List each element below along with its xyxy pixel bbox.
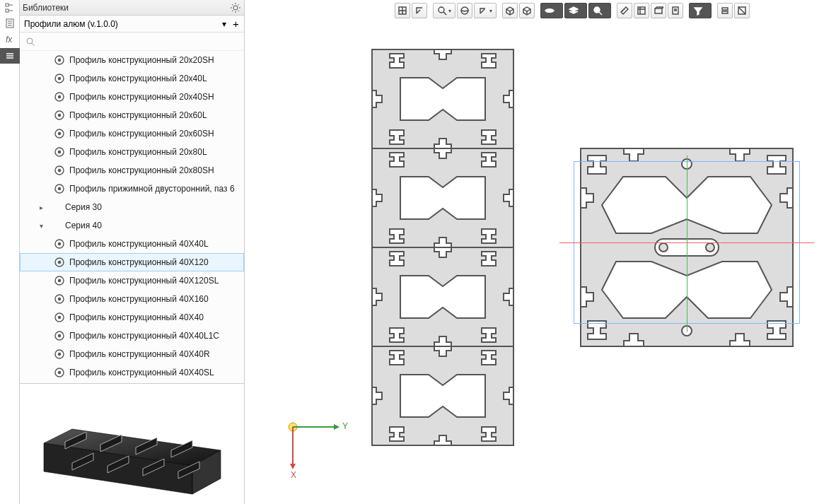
toolbar-align-button[interactable] (634, 3, 649, 18)
tree-item[interactable]: Профиль конструкционный 40X120 (20, 253, 244, 271)
svg-point-25 (58, 261, 61, 264)
hamburger-icon (4, 50, 16, 61)
profile-40x160 (365, 42, 521, 455)
svg-point-42 (594, 7, 600, 13)
box-icon (654, 6, 663, 16)
toolbar-clip-button[interactable] (734, 3, 750, 18)
axis-y-label: Y (342, 421, 348, 431)
fx-icon: fx (4, 33, 16, 45)
tree-item[interactable]: Профиль конструкционный 20x40SH (20, 88, 244, 106)
toolbar-wire-button[interactable] (519, 3, 535, 18)
svg-point-11 (58, 95, 61, 98)
toolbar-measure-button[interactable] (617, 3, 632, 18)
toolbar-ucs2-button[interactable]: ▾ (474, 3, 497, 18)
tree-label: Профиль конструкционный 40X40R (69, 349, 210, 359)
clip-icon (737, 6, 747, 16)
toolbar-zoom-region-button[interactable]: ▾ (433, 3, 455, 18)
svg-point-21 (58, 187, 61, 190)
ucs2-icon (478, 6, 488, 16)
stack-icon (720, 6, 730, 16)
ucs-icon (414, 6, 424, 16)
profile-40x120-selected (570, 141, 803, 356)
tree-item[interactable]: Профиль конструкционный 20x20SH (20, 51, 244, 69)
tree-item[interactable]: Профиль конструкционный 40X160 (20, 290, 244, 308)
rail-btn-sheet[interactable] (0, 16, 20, 31)
rail-btn-menu[interactable] (0, 48, 20, 64)
svg-rect-1 (6, 9, 8, 12)
part-icon (54, 367, 65, 378)
toolbar-eye-button[interactable]: ▾ (540, 3, 563, 18)
part-icon (54, 110, 65, 121)
tree-label: Профиль конструкционный 40X40L (69, 239, 209, 249)
tree-item[interactable]: Профиль конструкционный 20x60L (20, 106, 244, 124)
tree-item[interactable]: Профиль конструкционный 40X120SL (20, 271, 244, 290)
orbit-icon (460, 6, 470, 16)
svg-point-19 (58, 169, 61, 172)
axis-x-label: X (291, 470, 296, 480)
toolbar-stack-button[interactable] (717, 3, 733, 18)
svg-point-41 (548, 9, 551, 12)
search-row[interactable] (20, 33, 244, 51)
toolbar-grid-button[interactable] (395, 3, 410, 18)
tree-label: Профиль конструкционный 20x20SH (69, 55, 214, 65)
part-icon (54, 312, 65, 323)
plus-icon[interactable]: + (228, 18, 240, 30)
tree-item[interactable]: Профиль конструкционный 40X40R (20, 345, 244, 363)
tree-item[interactable]: Профиль конструкционный 40X40L (20, 235, 244, 253)
tree-label: Профиль конструкционный 40X40L1C (69, 331, 219, 341)
svg-point-15 (58, 132, 61, 135)
toolbar-box-button[interactable] (651, 3, 666, 18)
svg-point-39 (439, 7, 444, 13)
svg-rect-44 (655, 8, 662, 13)
tree-label: Профиль конструкционный 20x60SH (69, 129, 214, 139)
toolbar-search-button[interactable]: ▾ (588, 3, 611, 18)
toolbar-cube-button[interactable] (502, 3, 518, 18)
toolbar-filter-button[interactable]: ▾ (689, 3, 712, 18)
svg-point-27 (58, 279, 61, 282)
measure-icon (620, 6, 629, 16)
svg-point-23 (58, 242, 61, 245)
library-tree[interactable]: Профиль конструкционный 20x20SHПрофиль к… (20, 51, 244, 384)
toolbar-orbit-button[interactable] (457, 3, 472, 18)
chevron-down-icon: ▾ (580, 8, 583, 14)
toolbar-sheet-button[interactable] (668, 3, 683, 18)
panel-header: Библиотеки (20, 0, 244, 16)
tree-item[interactable]: Профиль конструкционный 20x60SH (20, 124, 244, 143)
rail-btn-tree[interactable] (0, 0, 20, 16)
part-icon (54, 293, 65, 305)
tree-item[interactable]: Профиль конструкционный 40X40 (20, 308, 244, 327)
svg-point-4 (233, 6, 238, 10)
svg-point-35 (58, 353, 61, 356)
tree-item[interactable]: Профиль конструкционный 40X40L1C (20, 327, 244, 345)
chevron-down-icon: ▾ (604, 8, 607, 14)
tree-folder[interactable]: ▾Серия 40 (20, 216, 244, 235)
tree-label: Серия 30 (65, 202, 102, 212)
part-icon (54, 73, 65, 84)
eye-icon (545, 6, 555, 16)
svg-marker-60 (334, 424, 339, 430)
part-icon (54, 165, 65, 176)
chevron-icon: ▸ (37, 204, 45, 211)
search-icon (593, 6, 603, 16)
part-icon (54, 238, 65, 250)
drawing-canvas[interactable]: ▾▾▾▾▾▾ (245, 0, 836, 504)
toolbar-layers-button[interactable]: ▾ (564, 3, 587, 18)
tree-item[interactable]: Профиль конструкционный 40X40SL (20, 363, 244, 382)
rail-btn-fx[interactable]: fx (0, 31, 20, 47)
tree-label: Профиль конструкционный 20x40L (69, 74, 207, 83)
tree-item[interactable]: Профиль конструкционный 20x80SH (20, 161, 244, 180)
tree-item[interactable]: Профиль прижимной двусторонний, паз 6 (20, 180, 244, 198)
chevron-down-icon: ▾ (704, 8, 707, 14)
svg-point-7 (58, 59, 61, 61)
svg-point-29 (58, 298, 61, 300)
grid-icon (397, 6, 407, 16)
gear-icon[interactable] (230, 2, 241, 13)
library-selector[interactable]: Профили алюм (v.1.0.0) ▾ + (20, 16, 244, 33)
preview-thumbnail (30, 388, 235, 500)
tree-folder[interactable]: ▸Серия 30 (20, 198, 244, 216)
tree-item[interactable]: Профиль конструкционный 20x40L (20, 69, 244, 88)
tree-item[interactable]: Профиль конструкционный 20x80L (20, 143, 244, 161)
tree-label: Профиль конструкционный 40X120SL (69, 276, 219, 286)
toolbar-ucs-button[interactable] (412, 3, 427, 18)
panel-title: Библиотеки (23, 3, 230, 13)
